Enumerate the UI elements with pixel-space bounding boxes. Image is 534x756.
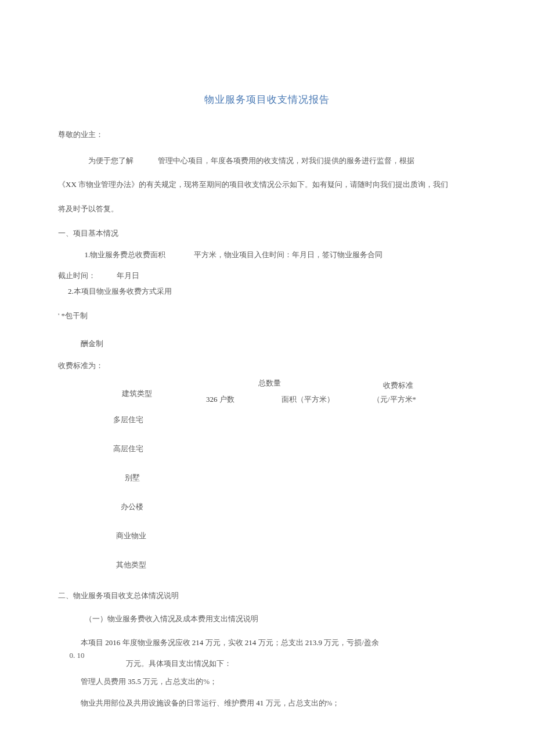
intro-2a: 《 — [58, 180, 66, 189]
sum-v1: 214 — [192, 638, 204, 647]
expense-line-1: 管理人员费用 35.5 万元，占总支出的%； — [81, 676, 476, 688]
sum-c: 万元，实收 — [203, 638, 245, 647]
table-row: 商业物业 — [116, 531, 476, 541]
table-row: 其他类型 — [116, 560, 476, 570]
exp1-v: 35.5 — [128, 677, 141, 686]
deadline-date: 年月日 — [117, 271, 139, 280]
table-row: 多层住宅 — [113, 415, 476, 425]
exp1-b: 万元，占总支出的%； — [141, 677, 217, 686]
intro-paragraph: 为便于您了解 管理中心项目，年度各项费用的收支情况，对我们提供的服务进行监督，根… — [58, 150, 476, 171]
sum-d: 万元；总支出 — [256, 638, 305, 647]
th-unit: （元/平方米* — [373, 394, 416, 405]
deadline-line: 截止时间： 年月日 — [58, 270, 476, 282]
th-building-type: 建筑类型 — [122, 388, 152, 399]
item1-text2: 平方米，物业项目入住时间：年月日，签订物业服务合同 — [194, 250, 383, 259]
intro-part3: 对我们提供的服务进行监督，根据 — [301, 156, 414, 165]
item-1: 1.物业服务费总收费面积 平方米，物业项目入住时间：年月日，签订物业服务合同 — [85, 249, 477, 261]
sum-v2: 214 — [245, 638, 257, 647]
sum-e: 万元， — [322, 638, 347, 647]
intro-line3: 将及时予以答复。 — [58, 199, 476, 219]
summary-line: 本项目 2016 年度物业服务况应收 214 万元，实收 214 万元；总支出 … — [81, 636, 476, 649]
exp1-a: 管理人员费用 — [81, 677, 128, 686]
section-2-heading: 二、物业服务项目收支总体情况说明 — [58, 591, 476, 601]
intro-2c: 市物业管理办法》的有关规定，现将至期间的项目收支情况公示如下。如有疑问，请随时向… — [77, 180, 433, 189]
intro-2b: XX — [66, 180, 77, 189]
sum-f: 亏损/盈余 — [347, 638, 379, 647]
households-num: 326 — [206, 395, 218, 404]
intro-line2: 《XX 市物业管理办法》的有关规定，现将至期间的项目收支情况公示如下。如有疑问，… — [58, 174, 476, 195]
intro-part1: 为便于您了解 — [88, 156, 134, 165]
intro-2d: 我们 — [433, 180, 448, 189]
intro-part2: 管理中心项目，年度各项费用的收支情况， — [158, 156, 301, 165]
table-row: 高层住宅 — [113, 444, 476, 454]
fee-standard-label: 收费标准为： — [58, 361, 476, 371]
exp2-a: 物业共用部位及共用设施设备的日常运行、维护费用 — [81, 699, 256, 707]
deadline-label: 截止时间： — [58, 271, 96, 280]
sum-a: 本项目 — [81, 638, 105, 647]
subsection-heading: （一）物业服务费收入情况及成本费用支出情况说明 — [85, 614, 477, 624]
section-1-heading: 一、项目基本情况 — [58, 228, 476, 239]
item1-text: 物业服务费总收费面积 — [90, 250, 165, 259]
item-2: 2.本项目物业服务收费方式采用 — [68, 286, 476, 298]
th-fee-standard: 收费标准 — [383, 380, 413, 391]
item2-text: 本项目物业服务收费方式采用 — [74, 287, 172, 296]
households-label: 户数 — [218, 395, 234, 404]
item2-num: 2. — [68, 287, 74, 296]
th-area: 面积（平方米） — [282, 394, 334, 405]
exp2-b: 万元，占总支出的%； — [264, 699, 340, 707]
table-row: 别墅 — [125, 473, 476, 483]
contract-system: ' *包干制 — [58, 311, 476, 321]
exp2-v: 41 — [256, 699, 264, 707]
expense-line-2: 物业共用部位及共用设施设备的日常运行、维护费用 41 万元，占总支出的%； — [81, 697, 476, 710]
table-row: 办公楼 — [121, 502, 476, 512]
balance-desc: 万元。具体项目支出情况如下： — [126, 658, 476, 670]
reward-system: 酬金制 — [81, 339, 476, 349]
sum-v3: 213.9 — [305, 638, 322, 647]
sum-b: 年度物业服务况应收 — [120, 638, 192, 647]
th-total-qty: 总数量 — [258, 378, 281, 388]
report-title: 物业服务项目收支情况报告 — [58, 93, 476, 106]
fee-table: 建筑类型 总数量 326 户数 面积（平方米） 收费标准 （元/平方米* 多层住… — [58, 378, 476, 570]
item1-num: 1. — [85, 250, 91, 259]
sum-year: 2016 — [105, 638, 120, 647]
th-households: 326 户数 — [206, 394, 234, 405]
salutation: 尊敬的业主： — [58, 129, 476, 140]
